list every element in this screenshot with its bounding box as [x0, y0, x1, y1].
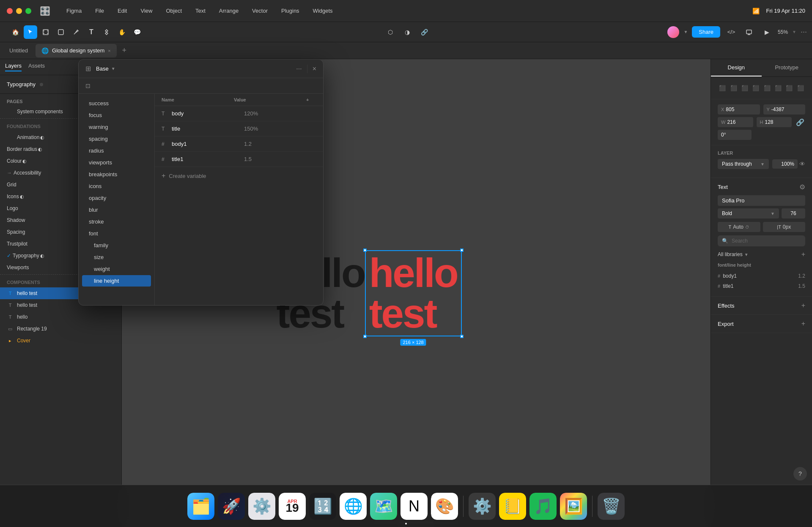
row-body[interactable]: T body 120%	[155, 106, 323, 121]
col-add-button[interactable]: +	[306, 97, 316, 102]
sidebar-breakpoints[interactable]: breakpoints	[82, 169, 151, 180]
distribute-h[interactable]: ⬛	[785, 82, 794, 94]
layers-tab[interactable]: Layers	[5, 63, 22, 71]
align-center-v[interactable]: ⬛	[763, 82, 772, 94]
sidebar-spacing[interactable]: spacing	[82, 133, 151, 145]
avatar-chevron[interactable]: ▼	[683, 30, 688, 34]
sidebar-stroke[interactable]: stroke	[82, 216, 151, 227]
menu-vector[interactable]: Vector	[250, 6, 270, 16]
sidebar-weight[interactable]: weight	[82, 263, 151, 275]
menu-plugins[interactable]: Plugins	[279, 6, 302, 16]
link-icon[interactable]: 🔗	[417, 25, 431, 39]
constrain-proportions[interactable]: 🔗	[795, 117, 805, 127]
home-button[interactable]: 🏠	[8, 25, 22, 39]
help-button[interactable]: ?	[793, 467, 807, 481]
text-options-icon[interactable]: ⚙	[799, 183, 805, 191]
sidebar-font[interactable]: font	[82, 228, 151, 239]
layer-cover[interactable]: ▸ Cover	[0, 335, 121, 347]
hand-tool[interactable]: ✋	[115, 25, 129, 39]
create-variable-row[interactable]: + Create variable	[155, 167, 323, 185]
font-name-display[interactable]: Sofia Pro	[718, 195, 805, 206]
menu-file[interactable]: File	[93, 6, 107, 16]
fh-title1[interactable]: # title1 1.5	[718, 281, 805, 291]
row-title1[interactable]: # title1 1.5	[155, 152, 323, 167]
auto-width-btn[interactable]: T Auto ⏱	[718, 222, 760, 232]
dock-calendar[interactable]: APR 19	[279, 493, 306, 520]
dock-notes[interactable]: 📒	[499, 493, 526, 520]
row-body1[interactable]: # body1 1.2	[155, 137, 323, 152]
sidebar-focus[interactable]: focus	[82, 109, 151, 121]
sidebar-line-height[interactable]: line height	[82, 275, 151, 287]
design-tab[interactable]: Design	[711, 59, 762, 76]
y-field[interactable]: Y -4387	[763, 104, 806, 115]
tab-add-button[interactable]: +	[118, 45, 130, 57]
libraries-label[interactable]: All libraries ▼	[718, 251, 749, 257]
menu-widgets[interactable]: Widgets	[310, 6, 335, 16]
menu-arrange[interactable]: Arrange	[217, 6, 241, 16]
layer-hello[interactable]: T hello	[0, 311, 121, 323]
select-tool[interactable]	[24, 25, 37, 39]
menu-text[interactable]: Text	[193, 6, 208, 16]
align-center-h[interactable]: ⬛	[729, 82, 738, 94]
sidebar-warning[interactable]: warning	[82, 121, 151, 133]
row-title[interactable]: T title 150%	[155, 121, 323, 137]
sidebar-blur[interactable]: blur	[82, 204, 151, 216]
tab-close-icon[interactable]: ×	[108, 48, 110, 53]
add-effect-button[interactable]: +	[801, 302, 805, 309]
dock-maps[interactable]: 🗺️	[370, 493, 397, 520]
codesandbox-icon[interactable]: ⬡	[384, 25, 397, 39]
avatar[interactable]	[667, 26, 679, 38]
zoom-level[interactable]: 55%	[778, 29, 788, 35]
layer-rectangle[interactable]: ▭ Rectangle 19	[0, 323, 121, 335]
more-options[interactable]: ···	[801, 27, 807, 36]
sidebar-viewports[interactable]: viewports	[82, 157, 151, 168]
distribute-v[interactable]: ⬛	[796, 82, 805, 94]
maximize-button[interactable]	[25, 8, 31, 14]
font-style-select[interactable]: Bold ▼	[718, 208, 779, 218]
px-field[interactable]: |T 0px	[763, 222, 806, 232]
sidebar-size[interactable]: size	[82, 251, 151, 263]
handle-tl[interactable]	[363, 248, 367, 252]
zoom-chevron[interactable]: ▼	[792, 30, 796, 34]
font-search-input[interactable]	[732, 238, 801, 244]
comment-tool[interactable]: 💬	[130, 25, 144, 39]
rotation-field[interactable]: 0°	[718, 130, 752, 140]
add-export-button[interactable]: +	[801, 320, 805, 328]
menu-object[interactable]: Object	[163, 6, 184, 16]
fh-body1[interactable]: # body1 1.2	[718, 271, 805, 281]
dock-trash[interactable]: 🗑️	[598, 493, 625, 520]
align-top[interactable]: ⬛	[751, 82, 760, 94]
x-field[interactable]: X 805	[718, 104, 760, 115]
dock-photos[interactable]: 🖼️	[560, 493, 587, 520]
dock-chrome[interactable]: 🌐	[340, 493, 367, 520]
menu-figma[interactable]: Figma	[64, 6, 84, 16]
handle-br[interactable]	[460, 335, 464, 338]
sidebar-family[interactable]: family	[82, 240, 151, 251]
menu-view[interactable]: View	[138, 6, 155, 16]
close-button[interactable]	[7, 8, 13, 14]
dock-figma[interactable]: 🎨	[431, 493, 458, 520]
h-field[interactable]: H 128	[757, 117, 792, 127]
sidebar-opacity[interactable]: opacity	[82, 192, 151, 204]
dock-launchpad[interactable]: 🚀	[218, 493, 245, 520]
sidebar-icons[interactable]: icons	[82, 180, 151, 192]
text-tool[interactable]: T	[85, 25, 98, 39]
menu-edit[interactable]: Edit	[115, 6, 129, 16]
opacity-field[interactable]: 100%	[772, 159, 798, 169]
w-field[interactable]: W 216	[718, 117, 753, 127]
add-library-button[interactable]: +	[801, 251, 805, 258]
blend-mode-select[interactable]: Pass through ▼	[718, 159, 769, 169]
play-button[interactable]: ▶	[760, 25, 774, 39]
modal-dots-button[interactable]: ···	[296, 65, 302, 73]
align-left[interactable]: ⬛	[718, 82, 727, 94]
modal-base-button[interactable]: Base ▼	[96, 66, 115, 72]
font-size-field[interactable]: 76	[782, 208, 805, 218]
dock-spotify[interactable]: 🎵	[529, 493, 557, 520]
component-tool[interactable]	[100, 25, 113, 39]
pen-tool[interactable]	[69, 25, 83, 39]
align-right[interactable]: ⬛	[740, 82, 749, 94]
dock-finder[interactable]: 🗂️	[187, 493, 214, 520]
contrast-icon[interactable]: ◑	[401, 25, 414, 39]
dock-settings[interactable]: ⚙️	[469, 493, 496, 520]
share-button[interactable]: Share	[692, 26, 720, 38]
